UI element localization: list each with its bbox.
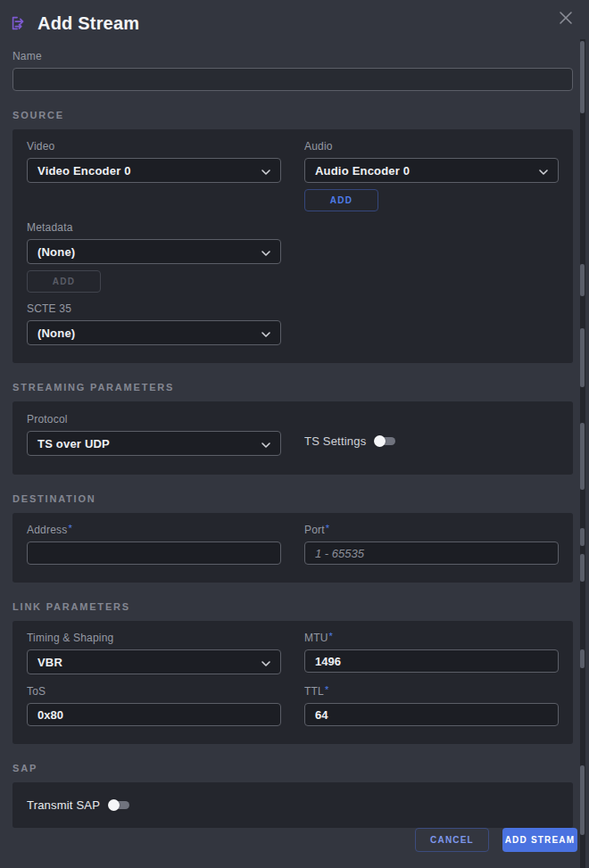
scrollbar-thumb-segment [580,41,585,113]
video-label: Video [27,140,281,153]
timing-shaping-select-value: VBR [37,656,62,669]
protocol-select-value: TS over UDP [37,437,110,451]
toggle-knob [108,799,120,811]
video-select-value: Video Encoder 0 [37,164,131,178]
sap-heading: SAP [12,763,573,773]
cancel-button[interactable]: CANCEL [415,828,489,852]
destination-heading: DESTINATION [12,493,573,504]
port-field: Port* [304,524,559,565]
audio-select[interactable]: Audio Encoder 0 [304,158,559,183]
scrollbar-thumb-segment [580,649,585,668]
metadata-add-button[interactable]: ADD [27,270,101,293]
name-input[interactable] [12,68,573,91]
close-button[interactable] [555,8,577,29]
protocol-label: Protocol [27,413,281,426]
sap-panel: Transmit SAP [12,782,573,828]
chevron-down-icon [539,162,548,178]
ttl-input[interactable] [304,703,559,726]
ts-settings-label: TS Settings [304,434,366,448]
video-field: Video Video Encoder 0 [27,140,281,211]
mtu-input[interactable] [304,649,559,673]
scte35-label: SCTE 35 [27,302,281,315]
add-stream-dialog: Add Stream Name SOURCE Video Video Encod… [0,0,589,868]
scrollbar-thumb-segment [580,554,585,582]
scte35-select-value: (None) [37,327,75,340]
scrollbar-thumb-segment [580,423,585,490]
ttl-label: TTL [304,685,324,698]
scte35-select[interactable]: (None) [27,320,281,345]
dialog-footer: CANCEL ADD STREAM [415,828,577,852]
dialog-header: Add Stream [0,0,589,35]
protocol-field: Protocol TS over UDP [27,413,281,456]
name-label: Name [12,50,573,62]
name-field-block: Name [12,50,573,91]
audio-add-button[interactable]: ADD [304,189,378,211]
address-input[interactable] [27,541,281,565]
scrollbar-thumb-segment [580,264,585,296]
timing-shaping-label: Timing & Shaping [27,632,281,644]
chevron-down-icon [261,435,270,451]
chevron-down-icon [261,654,270,670]
link-parameters-heading: LINK PARAMETERS [12,601,573,612]
tos-label: ToS [27,685,281,698]
streaming-parameters-panel: Protocol TS over UDP TS Settings [12,401,573,475]
port-input[interactable] [304,541,559,565]
dialog-title: Add Stream [37,13,139,34]
tos-input[interactable] [27,703,281,726]
link-parameters-panel: Timing & Shaping VBR MTU* [12,621,573,744]
tos-field: ToS [27,685,281,726]
chevron-down-icon [261,162,270,178]
scrollbar-track[interactable] [580,39,585,868]
audio-label: Audio [304,140,559,153]
ts-settings-toggle[interactable] [374,435,395,447]
video-select[interactable]: Video Encoder 0 [27,158,281,183]
mtu-label: MTU [304,632,328,644]
source-heading: SOURCE [12,110,573,120]
streaming-parameters-heading: STREAMING PARAMETERS [12,382,573,393]
stream-output-icon [7,12,30,35]
metadata-select-value: (None) [37,245,75,259]
ttl-required-asterisk: * [325,684,328,695]
chevron-down-icon [261,325,270,341]
metadata-label: Metadata [27,221,281,234]
audio-select-value: Audio Encoder 0 [315,164,410,178]
protocol-select[interactable]: TS over UDP [27,431,281,456]
port-label: Port [304,524,325,536]
ttl-field: TTL* [304,685,559,726]
mtu-required-asterisk: * [329,631,333,641]
port-required-asterisk: * [326,523,329,533]
scrollbar-thumb-segment [580,528,585,546]
source-panel: Video Video Encoder 0 Audio Audio Encode… [12,129,573,363]
address-required-asterisk: * [68,523,71,533]
address-field: Address* [27,524,281,565]
destination-panel: Address* Port* [12,513,573,583]
metadata-field: Metadata (None) ADD [27,221,281,293]
transmit-sap-label: Transmit SAP [27,798,100,812]
chevron-down-icon [261,244,270,260]
add-stream-button[interactable]: ADD STREAM [502,828,577,852]
audio-field: Audio Audio Encoder 0 ADD [304,140,559,211]
timing-shaping-field: Timing & Shaping VBR [27,632,281,674]
transmit-sap-toggle[interactable] [108,799,129,811]
scrollbar-thumb-segment [580,328,585,387]
close-icon [558,10,574,29]
timing-shaping-select[interactable]: VBR [27,649,281,674]
mtu-field: MTU* [304,632,559,674]
metadata-select[interactable]: (None) [27,239,281,264]
address-label: Address [27,524,67,536]
scrollbar-thumb-segment [580,765,585,835]
toggle-knob [374,435,386,447]
scte35-field: SCTE 35 (None) [27,302,281,345]
